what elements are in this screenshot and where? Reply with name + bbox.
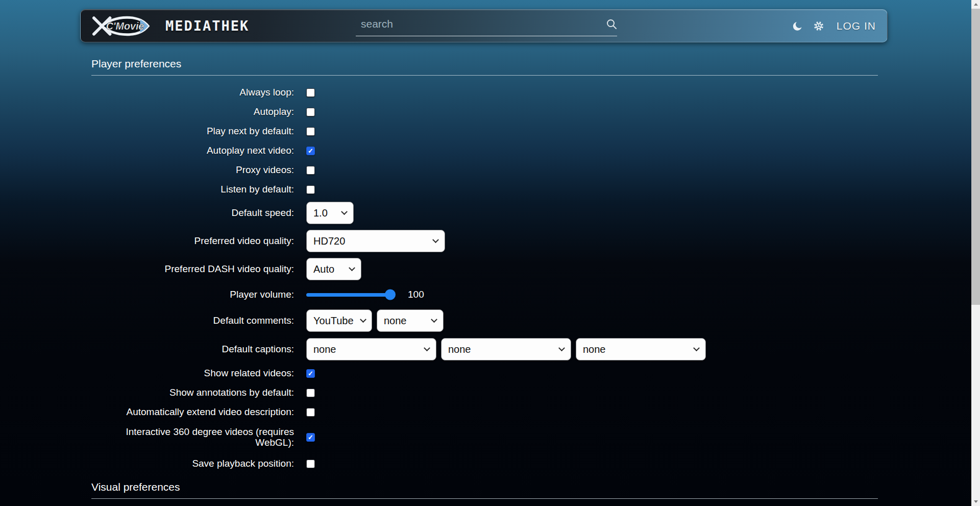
fish-logo-icon: C'Movie (92, 13, 157, 39)
show-annotations-checkbox[interactable] (306, 389, 315, 397)
default-speed-select[interactable]: 1.0 (306, 202, 354, 224)
captions-first-select[interactable]: none (306, 338, 436, 360)
volume-slider[interactable] (306, 293, 394, 297)
search-bar (356, 12, 617, 36)
row-default-captions: Default captions: none none none (91, 335, 878, 364)
comments-provider-select[interactable]: YouTube (306, 309, 372, 332)
row-video-quality: Preferred video quality: HD720 (91, 227, 878, 255)
search-icon[interactable] (606, 18, 617, 30)
comments-provider-value: YouTube (313, 315, 354, 327)
svg-text:C'Movie: C'Movie (106, 20, 144, 31)
listen-default-label: Listen by default: (91, 184, 294, 195)
chevron-down-icon (349, 264, 355, 271)
row-show-annotations: Show annotations by default: (91, 383, 878, 402)
auto-extend-description-label: Automatically extend video description: (91, 406, 294, 417)
top-navbar: C'Movie MEDIATHEK LOG IN (80, 9, 888, 42)
navbar-right-cluster: LOG IN (792, 20, 876, 32)
chevron-down-icon (431, 316, 437, 323)
volume-slider-thumb[interactable] (385, 290, 396, 300)
preferences-page: Player preferences Always loop: Autoplay… (91, 58, 878, 506)
autoplay-label: Autoplay: (91, 106, 294, 117)
interactive-360-checkbox[interactable] (306, 433, 315, 442)
show-related-label: Show related videos: (91, 368, 294, 378)
row-play-next: Play next by default: (91, 122, 878, 141)
dash-quality-label: Preferred DASH video quality: (91, 263, 294, 274)
captions-second-value: none (448, 344, 471, 355)
arrow-up-icon (974, 3, 978, 6)
chevron-down-icon (693, 345, 700, 351)
scrollbar-up-button[interactable] (971, 0, 980, 9)
show-related-checkbox[interactable] (306, 369, 315, 378)
row-autoplay-next: Autoplay next video: (91, 141, 878, 160)
play-next-label: Play next by default: (91, 126, 294, 136)
player-preferences-heading: Player preferences (91, 58, 878, 76)
dash-quality-select[interactable]: Auto (306, 258, 361, 280)
comments-sort-value: none (384, 315, 407, 327)
dark-mode-moon-icon[interactable] (792, 20, 803, 32)
always-loop-label: Always loop: (91, 87, 294, 98)
visual-preferences-heading: Visual preferences (91, 481, 878, 499)
auto-extend-description-checkbox[interactable] (306, 408, 315, 417)
volume-value: 100 (408, 289, 424, 300)
captions-third-select[interactable]: none (576, 338, 706, 360)
autoplay-next-label: Autoplay next video: (91, 145, 294, 156)
scrollbar-thumb[interactable] (971, 9, 980, 305)
row-auto-extend-description: Automatically extend video description: (91, 402, 878, 422)
row-dash-quality: Preferred DASH video quality: Auto (91, 255, 878, 283)
row-listen-default: Listen by default: (91, 180, 878, 199)
search-input[interactable] (356, 18, 606, 30)
scrollbar-down-button[interactable] (971, 497, 980, 506)
autoplay-checkbox[interactable] (306, 108, 315, 116)
default-captions-label: Default captions: (91, 344, 294, 354)
default-speed-value: 1.0 (313, 207, 328, 219)
chevron-down-icon (558, 345, 565, 351)
site-logo[interactable]: C'Movie (92, 13, 157, 39)
login-button[interactable]: LOG IN (837, 20, 876, 32)
player-volume-label: Player volume: (91, 289, 294, 300)
chevron-down-icon (360, 316, 366, 323)
row-show-related: Show related videos: (91, 364, 878, 383)
video-quality-value: HD720 (313, 235, 345, 247)
row-autoplay: Autoplay: (91, 102, 878, 122)
captions-third-value: none (583, 344, 606, 355)
show-annotations-label: Show annotations by default: (91, 387, 294, 398)
chevron-down-icon (341, 208, 348, 215)
row-default-speed: Default speed: 1.0 (91, 199, 878, 227)
proxy-videos-label: Proxy videos: (91, 164, 294, 175)
comments-sort-select[interactable]: none (377, 309, 444, 332)
settings-gear-icon[interactable] (813, 20, 824, 32)
autoplay-next-checkbox[interactable] (306, 147, 315, 155)
proxy-videos-checkbox[interactable] (306, 166, 315, 175)
row-player-volume: Player volume: 100 (91, 283, 878, 306)
row-save-position: Save playback position: (91, 452, 878, 475)
captions-first-value: none (313, 344, 336, 355)
play-next-checkbox[interactable] (306, 127, 315, 136)
interactive-360-label: Interactive 360 degree videos (requires … (91, 426, 294, 448)
video-quality-select[interactable]: HD720 (306, 230, 445, 252)
row-proxy-videos: Proxy videos: (91, 160, 878, 180)
row-default-comments: Default comments: YouTube none (91, 306, 878, 335)
brand-title: MEDIATHEK (165, 18, 249, 34)
default-speed-label: Default speed: (91, 207, 294, 218)
default-comments-label: Default comments: (91, 315, 294, 326)
video-quality-label: Preferred video quality: (91, 235, 294, 246)
save-position-checkbox[interactable] (306, 460, 315, 468)
arrow-down-icon (974, 500, 978, 503)
listen-default-checkbox[interactable] (306, 185, 315, 194)
always-loop-checkbox[interactable] (306, 88, 315, 97)
dash-quality-value: Auto (313, 263, 334, 275)
row-always-loop: Always loop: (91, 83, 878, 102)
chevron-down-icon (424, 345, 430, 351)
vertical-scrollbar[interactable] (971, 0, 980, 506)
row-interactive-360: Interactive 360 degree videos (requires … (91, 422, 878, 452)
save-position-label: Save playback position: (91, 458, 294, 469)
chevron-down-icon (432, 236, 439, 243)
captions-second-select[interactable]: none (441, 338, 571, 360)
